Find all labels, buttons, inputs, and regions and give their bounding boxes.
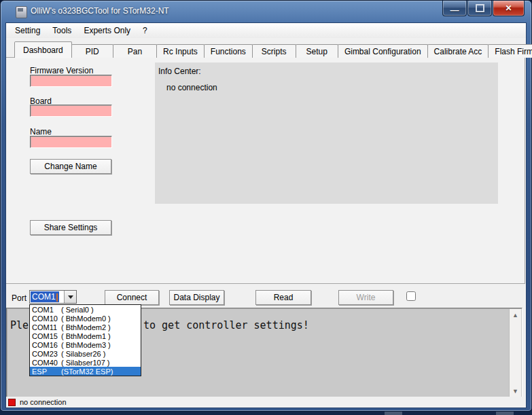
info-center-panel: Info Center: no connection <box>155 62 498 204</box>
port-option-com10[interactable]: COM10( BthModem0 ) <box>30 314 141 323</box>
minimize-icon: — <box>450 7 459 14</box>
tab-functions[interactable]: Functions <box>204 44 253 58</box>
close-icon: ✕ <box>505 3 512 13</box>
name-field[interactable] <box>30 136 112 148</box>
window-controls: — ✕ <box>442 1 525 16</box>
dashboard-panel: Firmware Version Board Name Change Name … <box>6 57 525 284</box>
port-option-com23[interactable]: COM23( Silabser26 ) <box>30 349 141 358</box>
connection-status-icon <box>8 399 16 406</box>
menu-tools[interactable]: Tools <box>46 24 77 37</box>
port-option-com15[interactable]: COM15( BthModem1 ) <box>30 331 141 340</box>
data-display-button[interactable]: Data Display <box>169 290 224 305</box>
status-message: no connection <box>20 398 67 406</box>
board-field[interactable] <box>30 105 112 117</box>
port-label: Port <box>12 293 26 303</box>
console-scrollbar[interactable]: ▲ ▼ <box>509 309 521 397</box>
tab-flash-firmware[interactable]: Flash Firmware <box>488 44 532 58</box>
firmware-version-field[interactable] <box>30 75 112 87</box>
chevron-down-icon <box>68 295 73 299</box>
menu-bar: Setting Tools Experts Only ? <box>6 23 526 38</box>
minimize-button[interactable]: — <box>442 1 467 16</box>
info-center-title: Info Center: <box>158 67 201 76</box>
status-bar: no connection <box>6 397 526 408</box>
app-icon <box>16 6 27 18</box>
desktop-background: OlliW's o323BGCTool for STorM32-NT — ✕ S… <box>0 0 532 415</box>
read-button[interactable]: Read <box>255 290 311 305</box>
tab-strip: Dashboard PID Pan Rc Inputs Functions Sc… <box>14 41 532 58</box>
port-combobox-value: COM1 <box>31 291 59 302</box>
share-settings-button[interactable]: Share Settings <box>30 220 111 235</box>
client-area: Setting Tools Experts Only ? Dashboard P… <box>5 22 527 408</box>
title-bar[interactable]: OlliW's o323BGCTool for STorM32-NT — ✕ <box>1 1 531 22</box>
tab-scripts[interactable]: Scripts <box>252 44 296 58</box>
menu-help[interactable]: ? <box>137 24 154 37</box>
console-text-fragment-left: Ple <box>10 319 29 331</box>
window-title: OlliW's o323BGCTool for STorM32-NT <box>31 6 169 16</box>
port-option-com40[interactable]: COM40( Silabser107 ) <box>30 358 141 367</box>
tab-dashboard[interactable]: Dashboard <box>14 41 72 58</box>
name-label: Name <box>30 127 52 137</box>
port-option-com11[interactable]: COM11( BthModem2 ) <box>30 323 141 331</box>
info-center-message: no connection <box>166 83 217 92</box>
menu-setting[interactable]: Setting <box>9 24 46 37</box>
maximize-icon <box>476 4 484 12</box>
firmware-version-label: Firmware Version <box>30 66 93 75</box>
tab-pid[interactable]: PID <box>71 44 113 58</box>
tab-calibrate-acc[interactable]: Calibrate Acc <box>427 44 489 58</box>
change-name-button[interactable]: Change Name <box>30 159 111 174</box>
close-button[interactable]: ✕ <box>493 1 525 16</box>
port-option-com16[interactable]: COM16( BthModem3 ) <box>30 340 141 349</box>
tab-setup[interactable]: Setup <box>296 44 338 58</box>
port-row-checkbox[interactable] <box>406 291 416 301</box>
console-text-fragment-right: to get controller settings! <box>143 319 309 331</box>
text-cursor <box>56 293 58 302</box>
tab-rc-inputs[interactable]: Rc Inputs <box>156 44 205 58</box>
connect-button[interactable]: Connect <box>105 290 159 305</box>
menu-experts-only[interactable]: Experts Only <box>77 24 137 37</box>
port-option-esp[interactable]: ESP(STorM32 ESP) <box>30 367 141 376</box>
port-combobox[interactable]: COM1 <box>29 290 77 304</box>
tab-gimbal-configuration[interactable]: Gimbal Configuration <box>338 44 428 58</box>
scroll-down-icon[interactable]: ▼ <box>510 386 521 396</box>
write-button[interactable]: Write <box>338 290 393 305</box>
app-window: OlliW's o323BGCTool for STorM32-NT — ✕ S… <box>0 0 532 412</box>
tab-pan[interactable]: Pan <box>113 44 157 58</box>
port-dropdown-list: COM1( Serial0 ) COM10( BthModem0 ) COM11… <box>29 304 141 376</box>
port-combobox-dropdown-button[interactable] <box>64 291 76 303</box>
scroll-up-icon[interactable]: ▲ <box>510 310 521 320</box>
maximize-button[interactable] <box>467 1 492 16</box>
port-option-com1[interactable]: COM1( Serial0 ) <box>30 305 141 314</box>
